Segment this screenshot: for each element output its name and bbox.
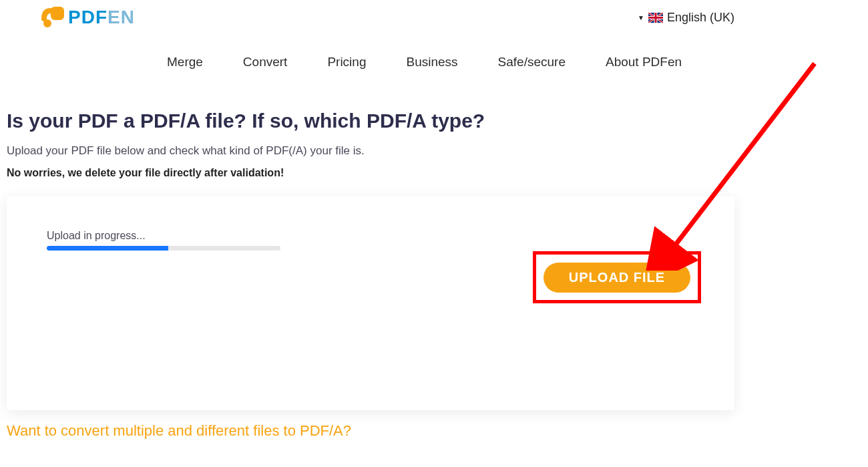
nav-pricing[interactable]: Pricing xyxy=(327,55,366,69)
nav-business[interactable]: Business xyxy=(406,55,457,69)
page-boldtext: No worries, we delete your file directly… xyxy=(7,167,861,179)
page-title: Is your PDF a PDF/A file? If so, which P… xyxy=(7,110,861,132)
logo-icon xyxy=(40,7,64,28)
language-selector[interactable]: ▼ English (UK) xyxy=(638,11,734,25)
logo[interactable]: PDFEN xyxy=(40,7,135,28)
upload-file-button[interactable]: UPLOAD FILE xyxy=(544,263,690,293)
upload-progress-bar xyxy=(47,246,280,251)
main-nav: Merge Convert Pricing Business Safe/secu… xyxy=(0,28,868,90)
language-label: English (UK) xyxy=(667,11,734,25)
upload-progress-label: Upload in progress... xyxy=(47,230,701,242)
upload-progress-fill xyxy=(47,246,168,251)
svg-rect-0 xyxy=(51,7,64,20)
flag-uk-icon xyxy=(648,13,663,23)
nav-about[interactable]: About PDFen xyxy=(606,55,682,69)
upload-button-highlight: UPLOAD FILE xyxy=(533,251,701,303)
convert-multiple-link[interactable]: Want to convert multiple and different f… xyxy=(7,422,861,440)
nav-merge[interactable]: Merge xyxy=(167,55,203,69)
upload-box: Upload in progress... UPLOAD FILE xyxy=(7,196,734,410)
page-subtext: Upload your PDF file below and check wha… xyxy=(7,144,861,158)
dropdown-arrow-icon: ▼ xyxy=(638,14,644,21)
logo-text: PDFEN xyxy=(68,7,135,28)
nav-convert[interactable]: Convert xyxy=(243,55,288,69)
nav-safe-secure[interactable]: Safe/secure xyxy=(498,55,566,69)
